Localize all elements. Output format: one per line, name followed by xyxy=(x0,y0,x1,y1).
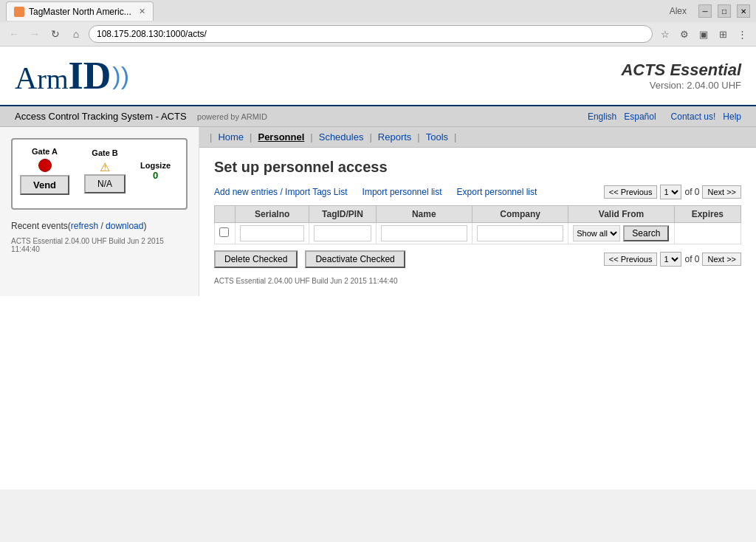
app-header: ArmID )) ACTS Essential Version: 2.04.00… xyxy=(0,47,756,106)
actions-row-top: Add new entries / Import Tags List Impor… xyxy=(214,185,741,199)
personnel-table: Serialno TagID/PIN Name Company Valid Fr… xyxy=(214,205,741,244)
table-header-row: Serialno TagID/PIN Name Company Valid Fr… xyxy=(215,206,741,223)
nav-sep-2: | xyxy=(310,131,312,143)
forward-button[interactable]: → xyxy=(27,26,43,42)
title-bar-left: TagMaster North Americ... ✕ xyxy=(6,1,154,21)
page-select-bottom[interactable]: 1 xyxy=(660,252,681,267)
main-content: | Home | Personnel | Schedules | Reports… xyxy=(199,127,756,296)
gate-b-label: Gate B xyxy=(84,148,126,157)
refresh-link[interactable]: refresh xyxy=(71,221,98,231)
acts-title: ACTS Essential xyxy=(621,61,741,80)
th-name: Name xyxy=(376,206,472,223)
gate-b: Gate B ⚠ N/A xyxy=(84,148,126,193)
address-input[interactable] xyxy=(89,25,653,43)
nav-sep-3: | xyxy=(369,131,371,143)
recent-events-label: Recent events xyxy=(11,221,68,231)
logo-text: ArmID xyxy=(15,54,111,97)
browser-chrome: TagMaster North Americ... ✕ Alex ─ □ ✕ ←… xyxy=(0,0,756,47)
search-tagid-input[interactable] xyxy=(314,225,371,241)
nav-reports[interactable]: Reports xyxy=(375,131,415,143)
nav-schedules[interactable]: Schedules xyxy=(316,131,367,143)
search-tagid-cell xyxy=(309,223,376,244)
nav-sep-0: | xyxy=(210,131,212,143)
home-button[interactable]: ⌂ xyxy=(68,26,84,42)
english-link[interactable]: English xyxy=(588,112,616,122)
logo: ArmID )) xyxy=(15,54,129,97)
gate-b-indicator: ⚠ xyxy=(84,160,126,174)
tab-close-icon[interactable]: ✕ xyxy=(139,7,145,16)
delete-checked-button[interactable]: Delete Checked xyxy=(214,250,298,268)
actions-left: Add new entries / Import Tags List Impor… xyxy=(214,187,537,197)
restore-button[interactable]: □ xyxy=(718,4,731,18)
gate-a-indicator xyxy=(38,159,52,172)
vend-button[interactable]: Vend xyxy=(20,175,69,195)
title-bar-controls: Alex ─ □ ✕ xyxy=(670,4,750,18)
apps-icon[interactable]: ⊞ xyxy=(715,26,731,42)
close-button[interactable]: ✕ xyxy=(737,4,750,18)
gate-row: Gate A Vend Gate B ⚠ N/A Logsize 0 xyxy=(20,147,179,195)
search-name-input[interactable] xyxy=(381,225,467,241)
reload-button[interactable]: ↻ xyxy=(47,26,63,42)
menu-icon[interactable]: ⋮ xyxy=(734,26,750,42)
gate-panel: Gate A Vend Gate B ⚠ N/A Logsize 0 xyxy=(11,138,188,210)
th-serialno: Serialno xyxy=(236,206,309,223)
search-checkbox[interactable] xyxy=(219,227,229,237)
th-validfrom: Valid From xyxy=(568,206,674,223)
page-select-top[interactable]: 1 xyxy=(660,185,681,199)
tab-favicon xyxy=(14,7,24,17)
add-entries-link[interactable]: Add new entries / Import Tags List xyxy=(214,187,348,197)
th-check xyxy=(215,206,236,223)
extensions-icon[interactable]: ⚙ xyxy=(676,26,693,42)
logo-waves: )) xyxy=(112,61,129,90)
gate-a-label: Gate A xyxy=(20,147,69,156)
logsize-value: 0 xyxy=(140,170,171,181)
bottom-actions: Delete Checked Deactivate Checked << Pre… xyxy=(214,250,741,268)
next-button-bottom[interactable]: Next >> xyxy=(702,253,741,266)
search-serial-input[interactable] xyxy=(240,225,304,241)
logsize-label: Logsize xyxy=(140,161,171,170)
nav-tools[interactable]: Tools xyxy=(423,131,451,143)
nav-home[interactable]: Home xyxy=(215,131,247,143)
prev-button-bottom[interactable]: << Previous xyxy=(604,253,658,266)
sub-header: Access Control Tracking System - ACTS po… xyxy=(0,106,756,127)
footer-text: ACTS Essential 2.04.00 UHF Build Jun 2 2… xyxy=(214,277,741,285)
browser-tab[interactable]: TagMaster North Americ... ✕ xyxy=(6,1,154,21)
search-company-input[interactable] xyxy=(477,225,563,241)
search-expires-cell xyxy=(674,223,740,244)
tab-label: TagMaster North Americ... xyxy=(29,7,131,17)
th-company: Company xyxy=(472,206,568,223)
search-button[interactable]: Search xyxy=(623,225,669,241)
system-title: Access Control Tracking System - ACTS xyxy=(15,111,187,122)
minimize-button[interactable]: ─ xyxy=(698,4,712,18)
page-of-bottom: of 0 xyxy=(684,254,699,264)
espanol-link[interactable]: Español xyxy=(624,112,656,122)
toolbar-icons: ☆ ⚙ ▣ ⊞ ⋮ xyxy=(657,26,750,42)
back-button[interactable]: ← xyxy=(6,26,22,42)
prev-button-top[interactable]: << Previous xyxy=(604,185,658,199)
app-title-right: ACTS Essential Version: 2.04.00 UHF xyxy=(621,61,741,91)
deactivate-checked-button[interactable]: Deactivate Checked xyxy=(305,250,405,268)
na-button[interactable]: N/A xyxy=(84,174,126,193)
import-personnel-link[interactable]: Import personnel list xyxy=(362,187,442,197)
title-bar: TagMaster North Americ... ✕ Alex ─ □ ✕ xyxy=(0,0,756,22)
nav-sep-5: | xyxy=(454,131,456,143)
content-area: Set up personnel access Add new entries … xyxy=(199,148,756,296)
pagination-top: << Previous 1 of 0 Next >> xyxy=(604,185,741,199)
page: ArmID )) ACTS Essential Version: 2.04.00… xyxy=(0,47,756,490)
page-of-top: of 0 xyxy=(684,187,699,197)
event-log: ACTS Essential 2.04.00 UHF Build Jun 2 2… xyxy=(11,237,188,253)
export-personnel-link[interactable]: Export personnel list xyxy=(457,187,537,197)
th-expires: Expires xyxy=(674,206,740,223)
powered-by: powered by ARMID xyxy=(197,112,267,121)
next-button-top[interactable]: Next >> xyxy=(702,185,741,199)
cast-icon[interactable]: ▣ xyxy=(695,26,712,42)
valid-from-cell: Show all Search xyxy=(573,225,669,241)
sub-header-title: Access Control Tracking System - ACTS po… xyxy=(15,111,267,122)
contact-link[interactable]: Contact us! xyxy=(671,112,716,122)
bookmark-icon[interactable]: ☆ xyxy=(657,26,673,42)
valid-from-select[interactable]: Show all xyxy=(573,225,620,241)
help-link[interactable]: Help xyxy=(723,112,741,122)
nav-personnel[interactable]: Personnel xyxy=(255,131,307,143)
download-link[interactable]: download xyxy=(106,221,143,231)
page-heading: Set up personnel access xyxy=(214,159,741,176)
